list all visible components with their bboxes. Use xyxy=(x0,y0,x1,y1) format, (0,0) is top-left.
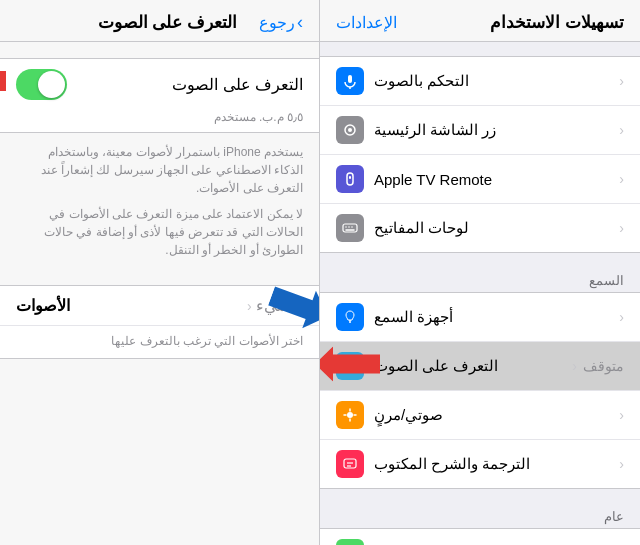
row-apple-tv[interactable]: ‹ Apple TV Remote xyxy=(320,155,640,204)
section-group-general: عام متوقف ‹ الوصول الموجه ‹ xyxy=(320,503,640,545)
apple-tv-icon xyxy=(336,165,364,193)
svg-point-15 xyxy=(347,412,353,418)
row-chevron-sound-rec: ‹ xyxy=(572,358,577,374)
row-label-balance: صوتي/مرنٍ xyxy=(374,406,443,424)
row-home-button[interactable]: ‹ زر الشاشة الرئيسية xyxy=(320,106,640,155)
red-arrow-recognition xyxy=(320,347,380,382)
section-group-hearing: السمع ‹ أجهزة السمع xyxy=(320,267,640,489)
left-panel: › رجوع التعرف على الصوت التعرف على الصوت xyxy=(0,0,320,545)
keyboards-icon xyxy=(336,214,364,242)
toggle-label: التعرف على الصوت xyxy=(172,75,303,94)
row-label-keyboards: لوحات المفاتيح xyxy=(374,219,469,237)
back-label: رجوع xyxy=(259,13,295,32)
transcription-icon xyxy=(336,450,364,478)
row-chevron-transcript: ‹ xyxy=(619,456,624,472)
row-chevron-appletv: ‹ xyxy=(619,171,624,187)
svg-rect-2 xyxy=(348,75,352,83)
section-rows-general: متوقف ‹ الوصول الموجه ‹ Siri xyxy=(320,528,640,545)
voice-control-icon xyxy=(336,67,364,95)
svg-point-5 xyxy=(348,128,352,132)
toggle-switch[interactable] xyxy=(16,69,67,100)
sounds-section: لا شيء ‹ الأصوات اختر الأصوات التي ترغب … xyxy=(0,285,319,359)
hearing-devices-icon xyxy=(336,303,364,331)
toggle-row: التعرف على الصوت xyxy=(0,59,319,110)
row-value-sound-rec: متوقف xyxy=(583,358,624,374)
row-right-balance: صوتي/مرنٍ xyxy=(336,401,443,429)
row-hearing-devices[interactable]: ‹ أجهزة السمع xyxy=(320,293,640,342)
row-left-transcript: ‹ xyxy=(619,456,624,472)
back-button[interactable]: › رجوع xyxy=(259,12,303,33)
row-left-home: ‹ xyxy=(619,122,624,138)
sounds-chevron-icon: ‹ xyxy=(247,298,252,314)
section-label-hearing: السمع xyxy=(320,267,640,292)
svg-rect-8 xyxy=(343,224,357,232)
row-label-sound-rec: التعرف على الصوت xyxy=(374,357,498,375)
row-right-hearing: أجهزة السمع xyxy=(336,303,453,331)
row-sound-balance[interactable]: ‹ صوتي/مرنٍ xyxy=(320,391,640,440)
row-label-hearing: أجهزة السمع xyxy=(374,308,453,326)
svg-rect-7 xyxy=(349,176,351,179)
right-panel-title: تسهيلات الاستخدام xyxy=(490,12,624,33)
row-label-transcript: الترجمة والشرح المكتوب xyxy=(374,455,530,473)
row-chevron-voice: ‹ xyxy=(619,73,624,89)
row-chevron-balance: ‹ xyxy=(619,407,624,423)
left-header: › رجوع التعرف على الصوت xyxy=(0,0,319,42)
row-right-transcript: الترجمة والشرح المكتوب xyxy=(336,450,530,478)
right-header: تسهيلات الاستخدام الإعدادات xyxy=(320,0,640,42)
row-left-keyboards: ‹ xyxy=(619,220,624,236)
left-panel-title: التعرف على الصوت xyxy=(76,12,259,33)
row-right-guided: الوصول الموجه xyxy=(336,539,470,545)
row-chevron-home: ‹ xyxy=(619,122,624,138)
section-rows-hearing: ‹ أجهزة السمع متوقف ‹ xyxy=(320,292,640,489)
row-label-home: زر الشاشة الرئيسية xyxy=(374,121,496,139)
row-voice-control[interactable]: ‹ التحكم بالصوت xyxy=(320,57,640,106)
row-left-appletv: ‹ xyxy=(619,171,624,187)
row-chevron-keyboards: ‹ xyxy=(619,220,624,236)
section-rows-1: ‹ التحكم بالصوت ‹ زر الشاشة الرئيسية xyxy=(320,56,640,253)
guided-access-icon xyxy=(336,539,364,545)
row-keyboards[interactable]: ‹ لوحات المفاتيح xyxy=(320,204,640,252)
svg-marker-0 xyxy=(0,61,6,101)
row-left-hearing: ‹ xyxy=(619,309,624,325)
red-arrow-toggle xyxy=(0,61,6,101)
info-text-1: يستخدم iPhone باستمرار لأصوات معينة، وبا… xyxy=(16,143,303,197)
toggle-knob xyxy=(38,71,65,98)
row-transcription[interactable]: ‹ الترجمة والشرح المكتوب xyxy=(320,440,640,488)
row-left-balance: ‹ xyxy=(619,407,624,423)
sounds-desc: اختر الأصوات التي ترغب بالتعرف عليها xyxy=(0,326,319,358)
row-label-appletv: Apple TV Remote xyxy=(374,171,492,188)
row-left-voice: ‹ xyxy=(619,73,624,89)
row-right-home: زر الشاشة الرئيسية xyxy=(336,116,496,144)
right-panel: تسهيلات الاستخدام الإعدادات ‹ التحكم بال… xyxy=(320,0,640,545)
section-group-1: ‹ التحكم بالصوت ‹ زر الشاشة الرئيسية xyxy=(320,56,640,253)
toggle-section: التعرف على الصوت ٥٫٥ م.ب. مستخدم xyxy=(0,58,319,133)
row-sound-recognition[interactable]: متوقف ‹ التعرف على الصوت xyxy=(320,342,640,391)
left-content: التعرف على الصوت ٥٫٥ م.ب. مستخدم يستخد xyxy=(0,42,319,545)
sound-balance-icon xyxy=(336,401,364,429)
row-right-voice: التحكم بالصوت xyxy=(336,67,469,95)
row-guided-access[interactable]: متوقف ‹ الوصول الموجه xyxy=(320,529,640,545)
row-right-keyboards: لوحات المفاتيح xyxy=(336,214,469,242)
svg-marker-14 xyxy=(320,347,380,382)
row-chevron-hearing: ‹ xyxy=(619,309,624,325)
sounds-title: الأصوات xyxy=(16,296,70,315)
row-left-sound-rec: متوقف ‹ xyxy=(572,358,624,374)
info-text-2: لا يمكن الاعتماد على ميزة التعرف على الأ… xyxy=(16,205,303,259)
storage-text: ٥٫٥ م.ب. مستخدم xyxy=(0,110,319,132)
row-right-appletv: Apple TV Remote xyxy=(336,165,492,193)
info-section: يستخدم iPhone باستمرار لأصوات معينة، وبا… xyxy=(0,133,319,269)
section-label-general: عام xyxy=(320,503,640,528)
back-chevron-icon: › xyxy=(297,12,303,33)
settings-button[interactable]: الإعدادات xyxy=(336,13,397,32)
home-button-icon xyxy=(336,116,364,144)
row-label-voice: التحكم بالصوت xyxy=(374,72,469,90)
